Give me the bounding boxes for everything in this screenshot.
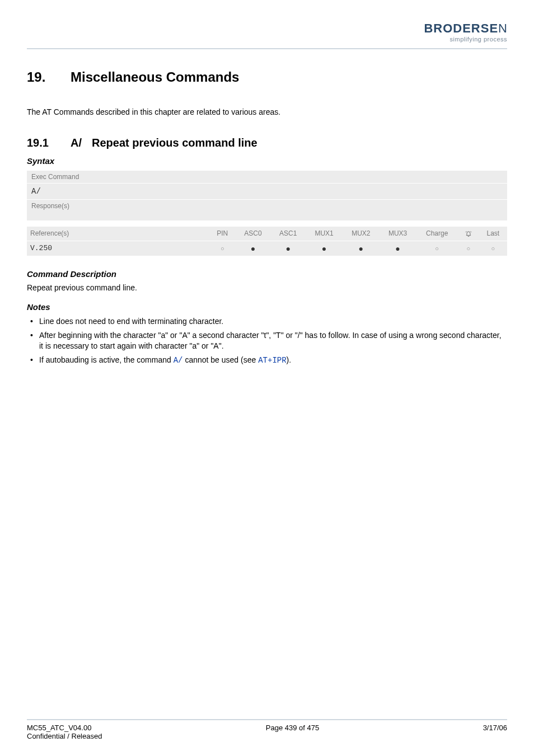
circle-open-icon: ○: [466, 245, 470, 252]
ref-value-asc1: ●: [270, 241, 306, 256]
response-label: Response(s): [27, 199, 507, 220]
circle-open-icon: ○: [221, 245, 224, 252]
logo-brand-bold: BRODERSE: [424, 21, 498, 35]
note-text: If autobauding is active, the command: [39, 355, 174, 364]
ref-header-charge: Charge: [416, 227, 457, 241]
circle-filled-icon: ●: [286, 244, 291, 253]
list-item: After beginning with the character "a" o…: [27, 330, 507, 351]
link-a-slash[interactable]: A/: [174, 356, 183, 365]
ref-value-mux1: ●: [306, 241, 343, 256]
section-title-text: Miscellaneous Commands: [71, 69, 239, 84]
ref-value-charge: ○: [416, 241, 457, 256]
ref-header-ref: Reference(s): [27, 227, 209, 241]
note-text: cannot be used (see: [183, 355, 259, 364]
ref-value-mux2: ●: [343, 241, 380, 256]
note-text: After beginning with the character "a" o…: [39, 331, 502, 350]
subsection-command: A/: [71, 137, 92, 149]
link-at-ipr[interactable]: AT+IPR: [258, 356, 286, 365]
footer-doc-id: MC55_ATC_V04.00: [27, 724, 102, 732]
command-description-text: Repeat previous command line.: [27, 283, 507, 292]
logo-tagline: simplifying process: [424, 36, 507, 43]
ref-header-last: Last: [479, 227, 507, 241]
ref-header-mux1: MUX1: [306, 227, 343, 241]
ref-header-mux2: MUX2: [343, 227, 380, 241]
footer-right: 3/17/06: [483, 724, 507, 740]
footer-release: Confidential / Released: [27, 732, 102, 740]
reference-header-row: Reference(s) PIN ASC0 ASC1 MUX1 MUX2 MUX…: [27, 227, 507, 241]
header-rule: [27, 48, 507, 49]
spacer: [27, 256, 507, 269]
footer-rule: [27, 719, 507, 720]
page-header: BRODERSEN simplifying process: [27, 22, 507, 45]
syntax-label: Syntax: [27, 156, 507, 166]
subsection-number: 19.1: [27, 137, 71, 149]
section-number: 19.: [27, 69, 71, 85]
vertical-spacer: [27, 369, 507, 719]
logo: BRODERSEN simplifying process: [424, 22, 507, 43]
logo-brand: BRODERSEN: [424, 22, 507, 35]
ref-value-asc0: ●: [235, 241, 270, 256]
reference-table: Reference(s) PIN ASC0 ASC1 MUX1 MUX2 MUX…: [27, 226, 507, 256]
footer-left: MC55_ATC_V04.00 Confidential / Released: [27, 724, 102, 740]
ref-header-asc0: ASC0: [235, 227, 270, 241]
circle-filled-icon: ●: [251, 244, 255, 253]
ref-value-ref: V.250: [27, 241, 209, 256]
intro-text: The AT Commands described in this chapte…: [27, 107, 507, 116]
circle-filled-icon: ●: [359, 244, 363, 253]
circle-open-icon: ○: [435, 245, 439, 252]
section-title: 19.Miscellaneous Commands: [27, 69, 507, 85]
ref-header-pin: PIN: [209, 227, 235, 241]
ref-header-asc1: ASC1: [270, 227, 306, 241]
subsection-title: 19.1A/Repeat previous command line: [27, 137, 507, 149]
circle-open-icon: ○: [491, 245, 495, 252]
circle-filled-icon: ●: [322, 244, 326, 253]
ref-value-pin: ○: [209, 241, 235, 256]
ref-header-mux3: MUX3: [380, 227, 416, 241]
subsection-title-text: Repeat previous command line: [92, 137, 257, 149]
bell-icon: [465, 229, 472, 237]
logo-brand-thin: N: [498, 21, 507, 35]
ref-value-last: ○: [479, 241, 507, 256]
exec-command-label: Exec Command: [27, 170, 507, 183]
exec-command-value: A/: [27, 183, 507, 199]
ref-value-mux3: ●: [380, 241, 416, 256]
footer-center: Page 439 of 475: [266, 724, 319, 740]
ref-value-bell: ○: [458, 241, 479, 256]
notes-list: Line does not need to end with terminati…: [27, 316, 507, 369]
circle-filled-icon: ●: [395, 244, 400, 253]
list-item: If autobauding is active, the command A/…: [27, 355, 507, 366]
ref-header-bell: [458, 227, 479, 241]
notes-label: Notes: [27, 302, 507, 312]
command-description-label: Command Description: [27, 269, 507, 279]
note-text: ).: [287, 355, 292, 364]
note-text: Line does not need to end with terminati…: [39, 317, 223, 326]
syntax-box: Exec Command A/ Response(s): [27, 170, 507, 220]
list-item: Line does not need to end with terminati…: [27, 316, 507, 327]
reference-data-row: V.250 ○ ● ● ● ● ● ○ ○ ○: [27, 241, 507, 256]
page-footer: MC55_ATC_V04.00 Confidential / Released …: [27, 724, 507, 740]
